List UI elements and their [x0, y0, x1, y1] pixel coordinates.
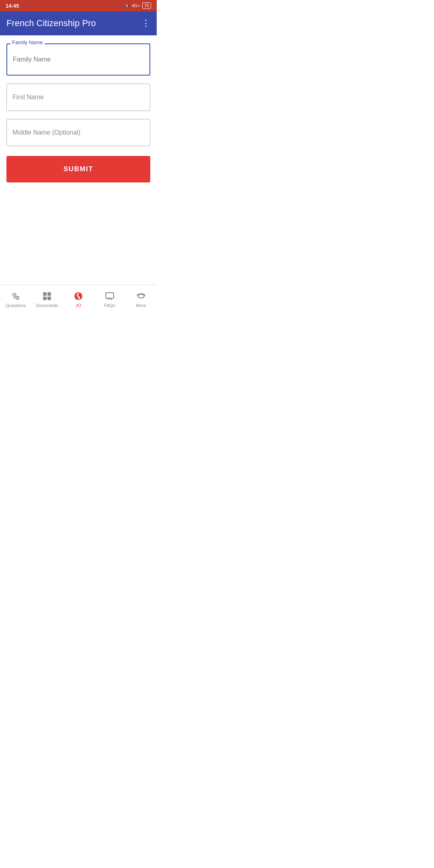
first-name-field	[6, 84, 150, 111]
submit-button[interactable]: SUBMIT	[6, 156, 150, 182]
documents-icon	[42, 291, 52, 301]
svg-rect-6	[47, 292, 51, 296]
svg-point-3	[17, 297, 18, 298]
mute-icon: 🔇	[124, 3, 130, 8]
more-icon	[136, 291, 146, 301]
battery-indicator: 75	[142, 2, 151, 9]
middle-name-field	[6, 119, 150, 146]
nav-item-faqs[interactable]: FAQs	[94, 291, 125, 308]
status-icons: 🔇 4G+ 75	[124, 2, 151, 9]
status-bar: 14:45 🔇 4G+ 75	[0, 0, 157, 11]
nav-label-more: More	[136, 303, 146, 308]
nav-item-jo[interactable]: JO	[63, 291, 94, 308]
bottom-nav: Questions Documents JO FAQs More	[0, 285, 157, 313]
first-name-input[interactable]	[6, 84, 150, 111]
jo-icon	[73, 291, 84, 301]
main-content: Family Name SUBMIT	[0, 35, 157, 190]
nav-item-more[interactable]: More	[125, 291, 157, 308]
middle-name-input[interactable]	[6, 119, 150, 146]
nav-item-documents[interactable]: Documents	[31, 291, 63, 308]
app-title: French Citizenship Pro	[6, 18, 96, 29]
nav-item-questions[interactable]: Questions	[0, 291, 31, 308]
family-name-input[interactable]	[6, 43, 150, 76]
nav-label-documents: Documents	[36, 303, 58, 308]
signal-icon: 4G+	[132, 3, 140, 8]
status-time: 14:45	[6, 3, 19, 9]
nav-label-faqs: FAQs	[104, 303, 115, 308]
nav-label-jo: JO	[76, 303, 81, 308]
questions-icon	[10, 291, 21, 301]
nav-label-questions: Questions	[6, 303, 26, 308]
family-name-label: Family Name	[10, 39, 45, 45]
svg-rect-5	[43, 292, 47, 296]
svg-rect-8	[47, 297, 51, 300]
family-name-field: Family Name	[6, 43, 150, 76]
svg-point-4	[14, 297, 15, 298]
faqs-icon	[104, 291, 115, 301]
more-vert-icon[interactable]: ⋮	[141, 19, 150, 28]
svg-rect-7	[43, 297, 47, 300]
app-bar: French Citizenship Pro ⋮	[0, 11, 157, 35]
svg-point-2	[14, 294, 15, 295]
